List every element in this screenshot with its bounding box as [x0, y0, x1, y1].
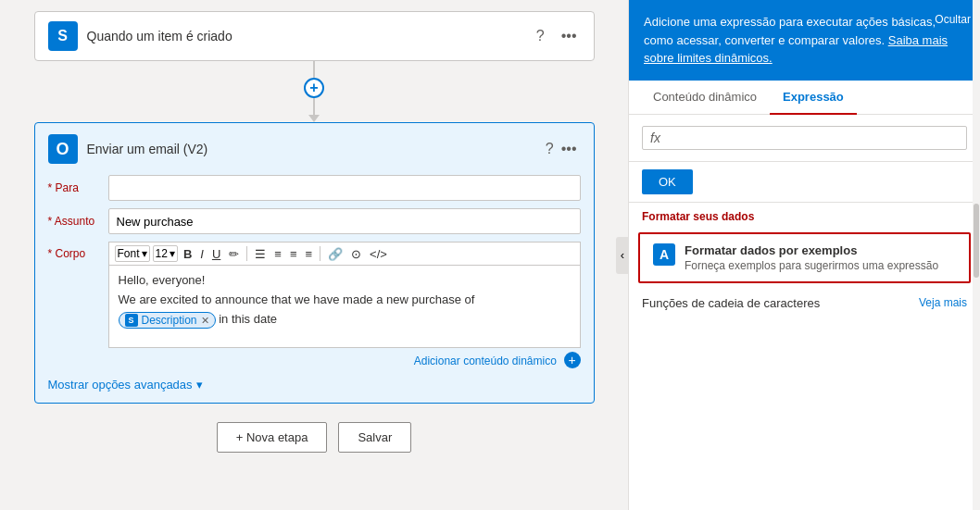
functions-row: Funções de cadeia de caracteres Veja mai… [629, 289, 980, 314]
trigger-more-button[interactable]: ••• [558, 26, 581, 46]
editor-line-2: We are excited to announce that we have … [119, 292, 571, 306]
connector-line-top [313, 61, 315, 78]
panel-tabs: Conteúdo dinâmico Expressão [629, 81, 980, 115]
para-row: * Para [48, 175, 581, 201]
format-examples-text: Formatar dados por exemplos Forneça exem… [685, 243, 938, 272]
tab-expression[interactable]: Expressão [770, 81, 857, 115]
new-step-button[interactable]: + Nova etapa [217, 422, 328, 453]
toolbar-separator-2 [320, 246, 320, 261]
align-right-button[interactable]: ≡ [302, 247, 315, 261]
ok-button[interactable]: OK [642, 169, 693, 194]
para-label: * Para [48, 181, 108, 194]
link-button[interactable]: 🔗 [325, 247, 346, 261]
bold-button[interactable]: B [181, 247, 195, 261]
collapse-panel-button[interactable]: ‹ [616, 237, 629, 274]
section-title: Formatar seus dados [629, 203, 980, 227]
assunto-row: * Assunto [48, 208, 581, 234]
see-more-link[interactable]: Veja mais [919, 296, 967, 309]
highlight-button[interactable]: ✏ [226, 247, 242, 261]
numbered-list-button[interactable]: ≡ [271, 247, 284, 261]
corpo-row: * Corpo Font ▾ 12 ▾ B I U [48, 242, 581, 368]
save-button[interactable]: Salvar [338, 422, 411, 453]
panel-header: Ocultar Adicione uma expressão para exec… [629, 0, 980, 81]
code-button[interactable]: </> [367, 247, 390, 261]
ok-row: OK [629, 162, 980, 203]
connector-line-bottom [313, 98, 315, 115]
dynamic-token-close[interactable]: ✕ [201, 315, 209, 327]
corpo-editor: Font ▾ 12 ▾ B I U ✏ ☰ ≡ [108, 242, 581, 368]
dynamic-token-description: S Description ✕ [119, 312, 216, 329]
flow-area: S Quando um item é criado ? ••• + O Envi… [0, 0, 628, 510]
expression-input-row: fx [642, 126, 967, 150]
format-examples-icon: A [653, 243, 675, 266]
action-help-button[interactable]: ? [542, 139, 558, 159]
tab-dynamic-content[interactable]: Conteúdo dinâmico [640, 81, 770, 115]
align-left-button[interactable]: ≡ [287, 247, 300, 261]
add-dynamic-plus-button[interactable]: + [564, 352, 581, 368]
panel-scrollbar[interactable] [973, 0, 980, 510]
show-advanced-toggle[interactable]: Mostrar opções avançadas ▾ [48, 378, 581, 392]
fx-label: fx [650, 131, 660, 145]
hide-panel-button[interactable]: Ocultar [935, 13, 971, 26]
trigger-card: S Quando um item é criado ? ••• [34, 11, 595, 61]
editor-body[interactable]: Hello, everyone! We are excited to annou… [108, 265, 581, 348]
add-dynamic-row: Adicionar conteúdo dinâmico + [108, 352, 581, 368]
italic-button[interactable]: I [197, 247, 207, 261]
editor-toolbar: Font ▾ 12 ▾ B I U ✏ ☰ ≡ [108, 242, 581, 265]
bottom-buttons: + Nova etapa Salvar [217, 422, 412, 453]
right-panel: ‹ Ocultar Adicione uma expressão para ex… [628, 0, 980, 510]
step-connector: + [304, 61, 324, 122]
connector-arrow [308, 115, 320, 122]
functions-title: Funções de cadeia de caracteres [642, 296, 820, 310]
editor-line-3: S Description ✕ in this date [119, 312, 571, 329]
action-card-email: O Enviar um email (V2) ? ••• * Para * As… [34, 122, 595, 404]
trigger-icon: S [48, 21, 78, 51]
outlook-icon: O [48, 134, 78, 164]
trigger-title: Quando um item é criado [87, 29, 533, 44]
assunto-input[interactable] [108, 208, 581, 234]
action-more-button[interactable]: ••• [558, 139, 581, 159]
format-by-examples-item[interactable]: A Formatar dados por exemplos Forneça ex… [638, 232, 971, 283]
toolbar-separator-1 [246, 246, 247, 261]
action-card-header: O Enviar um email (V2) ? ••• [48, 134, 581, 164]
font-select[interactable]: Font ▾ [115, 245, 150, 262]
assunto-label: * Assunto [48, 215, 108, 228]
add-step-button[interactable]: + [304, 78, 324, 98]
para-input[interactable] [108, 175, 581, 201]
format-examples-title: Formatar dados por exemplos [685, 243, 938, 257]
expression-input[interactable] [666, 131, 959, 144]
bullet-list-button[interactable]: ☰ [252, 247, 269, 261]
image-button[interactable]: ⊙ [348, 247, 364, 261]
action-title: Enviar um email (V2) [87, 142, 542, 156]
trigger-actions: ? ••• [533, 26, 581, 46]
editor-line-1: Hello, everyone! [119, 273, 571, 287]
underline-button[interactable]: U [209, 247, 223, 261]
add-dynamic-link[interactable]: Adicionar conteúdo dinâmico [414, 355, 557, 367]
dynamic-token-icon: S [125, 314, 138, 327]
corpo-label: * Corpo [48, 242, 108, 260]
chevron-down-icon: ▾ [196, 378, 203, 392]
panel-scrollbar-thumb [974, 204, 979, 278]
expression-area: fx [629, 115, 980, 162]
format-examples-description: Forneça exemplos para sugerirmos uma exp… [685, 259, 938, 272]
font-size-select[interactable]: 12 ▾ [153, 245, 178, 262]
trigger-help-button[interactable]: ? [533, 26, 548, 46]
